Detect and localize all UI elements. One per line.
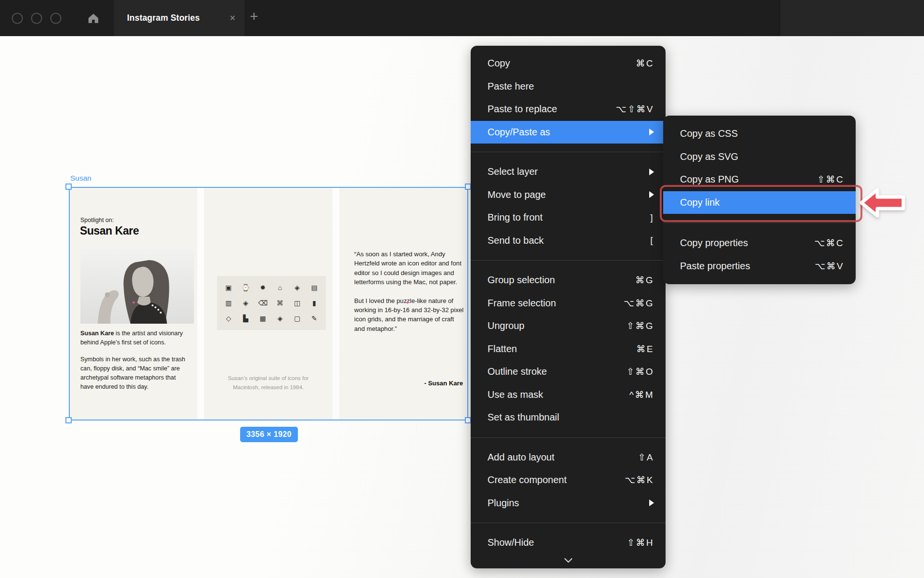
quote-text: “As soon as I started work, Andy Hertzfe…	[354, 250, 465, 333]
submenu-item-copy-as-css[interactable]: Copy as CSS	[663, 122, 856, 145]
menu-separator	[471, 152, 666, 152]
pixel-icon-watch: ⌚	[237, 280, 255, 295]
shortcut: ⌘C	[636, 58, 654, 69]
pixel-icon-diamond: ◇	[220, 311, 237, 326]
menu-item-copy[interactable]: Copy⌘C	[471, 52, 666, 75]
menu-separator	[471, 437, 666, 438]
file-tab[interactable]: Instagram Stories ✕	[114, 0, 244, 36]
menu-scroll-more[interactable]	[471, 554, 666, 565]
pixel-icon-note: ▢	[289, 311, 306, 326]
dimensions-badge: 3356 × 1920	[240, 427, 298, 442]
collaborator-cursor-dot: ✦	[131, 300, 136, 306]
submenu-arrow-icon	[649, 499, 654, 506]
menu-item-set-as-thumbnail[interactable]: Set as thumbnail	[471, 406, 666, 429]
pixel-icon-system-disk: ◫	[289, 295, 306, 311]
menu-separator	[471, 260, 666, 261]
new-tab-button[interactable]: +	[250, 9, 258, 24]
menu-item-group-selection[interactable]: Group selection⌘G	[471, 269, 666, 292]
pixel-icon-floppy: ▤	[306, 280, 323, 295]
story-card-icons[interactable]: ▣ ⌚ ✹ ⌂ ◈ ▤ ▥ ◈ ⌫ ⌘ ◫ ▮ ◇ ▙ ▦ ◈ ▢ ✎ Susa…	[204, 187, 333, 420]
pixel-icon-stamp: ◈	[289, 280, 306, 295]
chevron-down-icon	[564, 558, 573, 563]
window-minimize-circle-icon	[32, 13, 42, 24]
submenu-arrow-icon	[649, 169, 654, 175]
annotation-arrow-left-icon	[858, 186, 906, 221]
context-menu: Copy⌘C Paste here Paste to replace⌥⇧⌘V C…	[471, 46, 666, 568]
susan-kare-photo	[80, 249, 194, 324]
icons-caption: Susan’s original suite of icons for Maci…	[204, 374, 333, 392]
pixel-icon-paint-bucket: ◈	[271, 311, 289, 326]
menu-separator	[471, 523, 666, 523]
submenu-item-paste-properties[interactable]: Paste properties⌥⌘V	[663, 255, 856, 278]
spotlight-lead-text: Susan Kare is the artist and visionary b…	[80, 329, 187, 347]
original-icons-panel: ▣ ⌚ ✹ ⌂ ◈ ▤ ▥ ◈ ⌫ ⌘ ◫ ▮ ◇ ▙ ▦ ◈ ▢ ✎	[217, 276, 326, 330]
menu-item-copy-paste-as[interactable]: Copy/Paste as	[471, 121, 666, 144]
spotlight-title: Susan Kare	[80, 224, 139, 237]
quote-attribution: - Susan Kare	[424, 380, 463, 387]
menu-item-plugins[interactable]: Plugins	[471, 492, 666, 515]
menu-separator	[663, 223, 856, 223]
submenu-arrow-icon	[649, 191, 654, 198]
pixel-icon-trash: ⌫	[254, 295, 271, 311]
selection-handle-bottom-left[interactable]	[65, 417, 72, 423]
figma-app: Susan Spotlight on: Susan Kare	[0, 0, 924, 578]
pixel-icon-pencil: ✎	[306, 311, 323, 326]
pixel-icon-book: ▮	[306, 295, 323, 311]
window-zoom-circle-icon	[51, 13, 61, 24]
plus-icon: +	[250, 8, 258, 24]
menu-item-paste-to-replace[interactable]: Paste to replace⌥⇧⌘V	[471, 98, 666, 121]
menu-item-paste-here[interactable]: Paste here	[471, 75, 666, 98]
submenu-item-copy-properties[interactable]: Copy properties⌥⌘C	[663, 232, 856, 255]
pixel-icon-document: ▥	[220, 295, 237, 311]
pixel-icon-briefcase: ⌂	[271, 280, 289, 295]
submenu-item-copy-as-svg[interactable]: Copy as SVG	[663, 145, 856, 169]
submenu-arrow-icon	[649, 129, 654, 135]
quote-paragraph-1: “As soon as I started work, Andy Hertzfe…	[354, 250, 465, 287]
menu-item-bring-to-front[interactable]: Bring to front]	[471, 206, 666, 229]
titlebar-right-section	[780, 0, 924, 36]
selection-handle-top-left[interactable]	[65, 184, 72, 190]
story-card-quote[interactable]: “As soon as I started work, Andy Hertzfe…	[339, 187, 468, 420]
tab-title: Instagram Stories	[127, 13, 200, 23]
spotlight-paragraph: Symbols in her work, such as the trash c…	[80, 355, 187, 392]
menu-item-outline-stroke[interactable]: Outline stroke⇧⌘O	[471, 360, 666, 383]
spotlight-eyebrow: Spotlight on:	[80, 217, 114, 223]
window-titlebar: Instagram Stories ✕ +	[0, 0, 924, 36]
pixel-icon-bomb: ✹	[254, 280, 271, 295]
pixel-icon-printer: ▦	[254, 311, 271, 326]
pixel-icon-mac: ▣	[220, 280, 237, 295]
collaborator-cursor-dot: ✦	[405, 300, 410, 306]
menu-item-add-auto-layout[interactable]: Add auto layout⇧A	[471, 446, 666, 469]
frame-name-label[interactable]: Susan	[70, 174, 91, 183]
submenu-item-copy-link[interactable]: Copy link	[663, 191, 856, 214]
submenu-item-copy-as-png[interactable]: Copy as PNG⇧⌘C	[663, 168, 856, 191]
menu-item-use-as-mask[interactable]: Use as mask^⌘M	[471, 383, 666, 407]
pixel-icon-paint-can: ◈	[237, 295, 255, 311]
lead-bold: Susan Kare	[80, 330, 114, 337]
menu-item-ungroup[interactable]: Ungroup⇧⌘G	[471, 315, 666, 338]
copy-paste-as-submenu: Copy as CSS Copy as SVG Copy as PNG⇧⌘C C…	[663, 116, 856, 284]
pixel-icon-page-corner: ▙	[237, 311, 255, 326]
menu-item-flatten[interactable]: Flatten⌘E	[471, 338, 666, 361]
menu-item-select-layer[interactable]: Select layer	[471, 160, 666, 184]
home-button[interactable]	[87, 12, 100, 25]
menu-item-show-hide[interactable]: Show/Hide⇧⌘H	[471, 531, 666, 554]
menu-item-send-to-back[interactable]: Send to back[	[471, 229, 666, 252]
menu-item-create-component[interactable]: Create component⌥⌘K	[471, 469, 666, 492]
pixel-icon-command: ⌘	[271, 295, 289, 311]
tab-close-icon[interactable]: ✕	[230, 13, 236, 23]
window-controls[interactable]	[12, 13, 74, 26]
window-close-circle-icon	[13, 13, 23, 24]
menu-item-frame-selection[interactable]: Frame selection⌥⌘G	[471, 292, 666, 315]
home-icon	[87, 12, 100, 25]
menu-item-move-to-page[interactable]: Move to page	[471, 184, 666, 207]
